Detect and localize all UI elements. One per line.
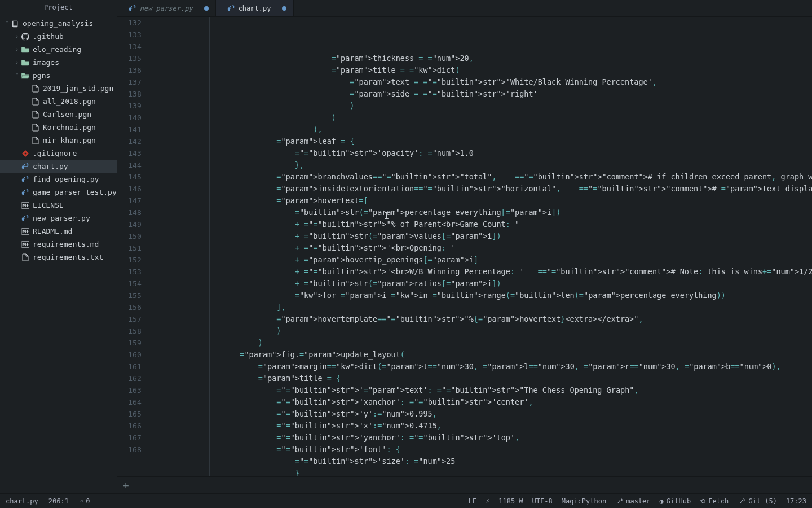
file-tree: ˅ opening_analysis ›.github›elo_reading›…	[0, 15, 117, 493]
tree-root[interactable]: ˅ opening_analysis	[0, 17, 117, 30]
status-github[interactable]: ◑ GitHub	[660, 497, 691, 505]
modified-dot-icon	[204, 6, 209, 11]
file-icon	[30, 137, 41, 144]
folder-icon	[20, 46, 30, 53]
line-gutter: 1321331341351361371381391401411421431441…	[117, 17, 148, 476]
chevron-icon: ˅	[14, 72, 20, 78]
file-icon	[20, 253, 30, 261]
tree-item-readme-md[interactable]: README.md	[0, 225, 117, 238]
tab-chart-py[interactable]: chart.py	[216, 0, 294, 16]
tree-item-label: elo_reading	[33, 45, 81, 54]
tree-item-label: all_2018.pgn	[43, 97, 96, 106]
tree-item-requirements-md[interactable]: requirements.md	[0, 238, 117, 251]
branch-icon: ⎇	[615, 497, 623, 505]
git-icon	[20, 33, 30, 41]
sidebar-title: Project	[0, 0, 117, 15]
tree-item-game-parser-test-py[interactable]: game_parser_test.py	[0, 186, 117, 199]
tree-item-new-parser-py[interactable]: new_parser.py	[0, 212, 117, 225]
py-icon	[20, 176, 30, 183]
tree-item-requirements-txt[interactable]: requirements.txt	[0, 251, 117, 264]
tree-item--github[interactable]: ›.github	[0, 30, 117, 43]
new-tab-button[interactable]: +	[123, 479, 129, 491]
tree-item-label: requirements.txt	[33, 253, 103, 261]
code-text[interactable]: I ="param">thickness = ="num">20, ="para…	[148, 17, 812, 476]
tree-item-images[interactable]: ›images	[0, 56, 117, 69]
tree-item-label: pgns	[33, 71, 50, 80]
chevron-icon: ›	[14, 33, 20, 40]
status-branch[interactable]: ⎇ master	[615, 497, 650, 505]
tree-item-label: .github	[33, 32, 64, 41]
status-zap-icon[interactable]: ⚡	[486, 497, 489, 505]
status-clock[interactable]: 17:23	[786, 497, 806, 505]
tab-bar: new_parser.pychart.py	[117, 0, 812, 17]
status-fetch[interactable]: ⟲ Fetch	[700, 497, 729, 505]
tree-item-pgns[interactable]: ˅pgns	[0, 69, 117, 82]
file-icon	[30, 111, 41, 119]
github-icon: ◑	[660, 497, 664, 505]
tree-root-label: opening_analysis	[23, 19, 93, 28]
book-icon	[10, 20, 20, 28]
status-grammar[interactable]: MagicPython	[562, 497, 606, 505]
tree-item-label: 2019_jan_std.pgn	[43, 84, 113, 93]
folder-open-icon	[20, 72, 30, 79]
tree-item-carlsen-pgn[interactable]: Carlsen.pgn	[0, 108, 117, 121]
git-icon: ⎇	[738, 497, 745, 505]
tab-label: chart.py	[239, 5, 271, 12]
status-line-ending[interactable]: LF	[469, 497, 476, 505]
chevron-down-icon: ˅	[3, 20, 10, 27]
code-area[interactable]: 1321331341351361371381391401411421431441…	[117, 17, 812, 476]
tree-item-elo-reading[interactable]: ›elo_reading	[0, 43, 117, 56]
tree-item-chart-py[interactable]: chart.py	[0, 160, 117, 173]
tree-item--gitignore[interactable]: .gitignore	[0, 147, 117, 160]
md-icon	[20, 228, 30, 235]
status-git[interactable]: ⎇ Git (5)	[738, 497, 777, 505]
tree-item-label: mir_khan.pgn	[43, 136, 96, 144]
tab-label: new_parser.py	[140, 5, 193, 12]
md-icon	[20, 202, 30, 209]
status-col-info[interactable]: 1185 W	[498, 497, 523, 505]
tree-item-label: Carlsen.pgn	[43, 110, 91, 119]
tree-item-label: README.md	[33, 227, 72, 235]
tree-item-label: new_parser.py	[33, 214, 90, 222]
status-cursor-pos[interactable]: 206:1	[48, 497, 69, 505]
tree-item-label: requirements.md	[33, 240, 99, 248]
tab-footer: + ✕	[117, 476, 812, 493]
py-icon	[20, 214, 30, 222]
file-icon	[30, 98, 41, 106]
status-filename[interactable]: chart.py	[6, 497, 38, 505]
python-icon	[129, 5, 136, 12]
py-icon	[20, 163, 30, 170]
gitignore-icon	[20, 150, 30, 157]
py-icon	[20, 189, 30, 196]
chevron-icon: ›	[14, 59, 20, 65]
tree-item-mir-khan-pgn[interactable]: mir_khan.pgn	[0, 134, 117, 147]
file-icon	[30, 124, 41, 132]
tree-item-find-opening-py[interactable]: find_opening.py	[0, 173, 117, 186]
project-sidebar: Project ˅ opening_analysis ›.github›elo_…	[0, 0, 117, 493]
tree-item-label: LICENSE	[33, 201, 64, 209]
status-bar: chart.py 206:1 ⚐ 0 LF ⚡ 1185 W UTF-8 Mag…	[0, 493, 812, 508]
tree-item-label: .gitignore	[33, 149, 77, 157]
tree-item-license[interactable]: LICENSE	[0, 199, 117, 212]
tree-item-2019-jan-std-pgn[interactable]: 2019_jan_std.pgn	[0, 82, 117, 95]
tree-item-label: chart.py	[33, 162, 68, 170]
md-icon	[20, 241, 30, 248]
diag-icon: ⚐	[79, 497, 83, 505]
svg-point-0	[25, 152, 27, 154]
editor-pane: new_parser.pychart.py 132133134135136137…	[117, 0, 812, 493]
python-icon	[227, 5, 235, 12]
status-diagnostics[interactable]: ⚐ 0	[79, 497, 90, 505]
sync-icon: ⟲	[700, 497, 705, 505]
chevron-icon: ›	[14, 46, 20, 52]
tree-item-korchnoi-pgn[interactable]: Korchnoi.pgn	[0, 121, 117, 134]
tree-item-all-2018-pgn[interactable]: all_2018.pgn	[0, 95, 117, 108]
text-cursor-icon: I	[384, 210, 390, 222]
tree-item-label: Korchnoi.pgn	[43, 123, 96, 132]
tree-item-label: images	[33, 58, 59, 67]
tree-item-label: find_opening.py	[33, 175, 99, 183]
tree-item-label: game_parser_test.py	[33, 188, 117, 196]
file-icon	[30, 85, 41, 93]
tab-new-parser-py[interactable]: new_parser.py	[117, 0, 216, 16]
modified-dot-icon	[282, 6, 286, 11]
status-encoding[interactable]: UTF-8	[532, 497, 553, 505]
